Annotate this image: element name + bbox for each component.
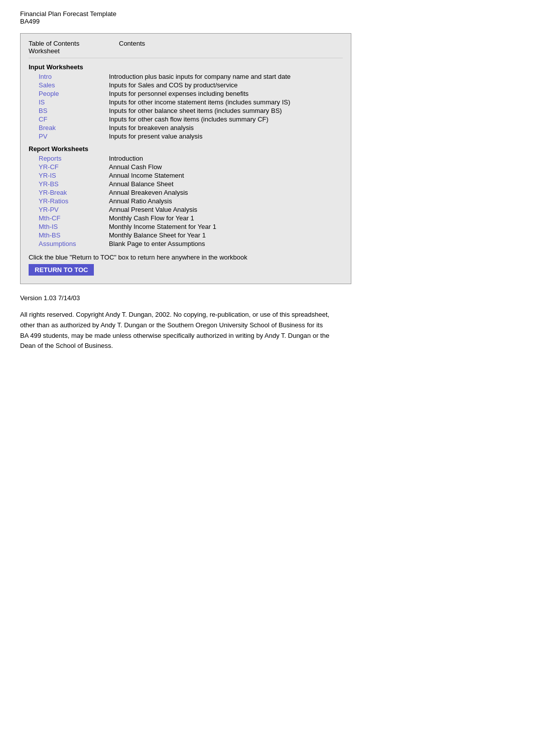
toc-input-link[interactable]: IS <box>29 98 109 106</box>
return-hint: Click the blue "Return to TOC" box to re… <box>29 254 343 261</box>
toc-report-desc: Monthly Balance Sheet for Year 1 <box>109 231 206 239</box>
toc-report-row: Mth-CFMonthly Cash Flow for Year 1 <box>29 214 343 222</box>
toc-report-row: YR-RatiosAnnual Ratio Analysis <box>29 197 343 205</box>
toc-report-desc: Annual Present Value Analysis <box>109 206 197 213</box>
toc-input-link[interactable]: Break <box>29 124 109 132</box>
toc-input-link[interactable]: Sales <box>29 81 109 89</box>
toc-input-desc: Inputs for breakeven analysis <box>109 124 194 132</box>
page-title-line2: BA499 <box>20 18 513 25</box>
toc-input-desc: Inputs for Sales and COS by product/serv… <box>109 81 238 89</box>
toc-input-row: CFInputs for other cash flow items (incl… <box>29 115 343 123</box>
toc-input-row: PeopleInputs for personnel expenses incl… <box>29 90 343 97</box>
toc-report-row: YR-ISAnnual Income Statement <box>29 172 343 179</box>
toc-report-link[interactable]: YR-Break <box>29 189 109 196</box>
toc-report-row: ReportsIntroduction <box>29 155 343 162</box>
toc-container: Table of Contents Worksheet Contents Inp… <box>20 33 351 284</box>
toc-report-row: YR-PVAnnual Present Value Analysis <box>29 206 343 213</box>
toc-report-link[interactable]: Mth-CF <box>29 214 109 222</box>
toc-input-link[interactable]: PV <box>29 133 109 140</box>
toc-report-desc: Annual Income Statement <box>109 172 184 179</box>
toc-report-row: Mth-BSMonthly Balance Sheet for Year 1 <box>29 231 343 239</box>
copyright-text: All rights reserved. Copyright Andy T. D… <box>20 310 331 351</box>
toc-input-desc: Inputs for present value analysis <box>109 133 202 140</box>
toc-input-row: BreakInputs for breakeven analysis <box>29 124 343 132</box>
toc-report-row: YR-BSAnnual Balance Sheet <box>29 180 343 188</box>
toc-report-desc: Annual Cash Flow <box>109 163 162 171</box>
toc-title: Table of Contents Worksheet <box>29 40 119 55</box>
input-section-label: Input Worksheets <box>29 63 343 71</box>
toc-report-row: AssumptionsBlank Page to enter Assumptio… <box>29 240 343 247</box>
toc-input-desc: Inputs for other cash flow items (includ… <box>109 115 269 123</box>
return-to-toc-button[interactable]: RETURN TO TOC <box>29 264 94 276</box>
toc-report-row: Mth-ISMonthly Income Statement for Year … <box>29 223 343 230</box>
toc-report-row: YR-BreakAnnual Breakeven Analysis <box>29 189 343 196</box>
toc-input-link[interactable]: Intro <box>29 73 109 80</box>
version-text: Version 1.03 7/14/03 <box>20 294 513 302</box>
toc-report-desc: Monthly Cash Flow for Year 1 <box>109 214 194 222</box>
toc-report-link[interactable]: Mth-BS <box>29 231 109 239</box>
toc-report-link[interactable]: YR-PV <box>29 206 109 213</box>
toc-report-desc: Monthly Income Statement for Year 1 <box>109 223 216 230</box>
toc-input-link[interactable]: CF <box>29 115 109 123</box>
toc-report-link[interactable]: Reports <box>29 155 109 162</box>
toc-header-row: Table of Contents Worksheet Contents <box>29 40 343 58</box>
report-rows: ReportsIntroductionYR-CFAnnual Cash Flow… <box>29 155 343 247</box>
toc-report-desc: Annual Balance Sheet <box>109 180 174 188</box>
toc-report-link[interactable]: YR-BS <box>29 180 109 188</box>
toc-report-link[interactable]: YR-Ratios <box>29 197 109 205</box>
toc-input-row: SalesInputs for Sales and COS by product… <box>29 81 343 89</box>
toc-report-desc: Annual Ratio Analysis <box>109 197 172 205</box>
toc-input-desc: Introduction plus basic inputs for compa… <box>109 73 291 80</box>
toc-report-desc: Blank Page to enter Assumptions <box>109 240 205 247</box>
toc-report-desc: Introduction <box>109 155 143 162</box>
toc-input-desc: Inputs for personnel expenses including … <box>109 90 248 97</box>
toc-input-row: ISInputs for other income statement item… <box>29 98 343 106</box>
toc-report-link[interactable]: Mth-IS <box>29 223 109 230</box>
toc-input-row: PVInputs for present value analysis <box>29 133 343 140</box>
report-section-label: Report Worksheets <box>29 145 343 153</box>
toc-report-desc: Annual Breakeven Analysis <box>109 189 188 196</box>
toc-input-link[interactable]: BS <box>29 107 109 114</box>
toc-input-link[interactable]: People <box>29 90 109 97</box>
input-rows: IntroIntroduction plus basic inputs for … <box>29 73 343 140</box>
toc-input-desc: Inputs for other income statement items … <box>109 98 290 106</box>
toc-report-link[interactable]: YR-IS <box>29 172 109 179</box>
toc-report-link[interactable]: YR-CF <box>29 163 109 171</box>
toc-input-desc: Inputs for other balance sheet items (in… <box>109 107 282 114</box>
toc-report-row: YR-CFAnnual Cash Flow <box>29 163 343 171</box>
toc-report-link[interactable]: Assumptions <box>29 240 109 247</box>
page-header: Financial Plan Forecast Template BA499 <box>20 10 513 25</box>
toc-input-row: IntroIntroduction plus basic inputs for … <box>29 73 343 80</box>
toc-input-row: BSInputs for other balance sheet items (… <box>29 107 343 114</box>
page-title-line1: Financial Plan Forecast Template <box>20 10 513 18</box>
toc-col-contents: Contents <box>119 40 145 55</box>
